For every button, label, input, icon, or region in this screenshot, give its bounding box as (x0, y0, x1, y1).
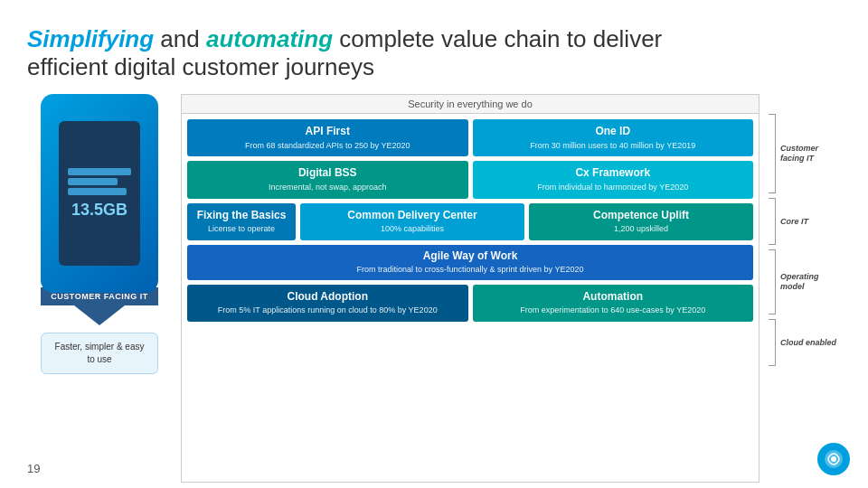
customer-facing-bracket (769, 114, 776, 193)
slide-title: Simplifying and automating complete valu… (27, 25, 841, 81)
cloud-enabled-label: Cloud enabled (780, 338, 836, 348)
fixing-basics-cell: Fixing the Basics License to operate (187, 203, 296, 240)
title-automating: automating (206, 25, 333, 52)
fixing-basics-title: Fixing the Basics (194, 209, 288, 221)
agile-cell: Agile Way of Work From traditional to cr… (187, 245, 753, 280)
core-it-label: Core IT (780, 217, 808, 227)
operating-model-label-block: Operating model (769, 249, 841, 314)
automation-title: Automation (480, 290, 747, 303)
phone-bars (68, 168, 131, 195)
telenor-circle-icon (817, 443, 850, 475)
operating-model-label: Operating model (780, 272, 841, 293)
cdc-title: Common Delivery Center (307, 209, 517, 221)
cx-framework-cell: Cx Framework From individual to harmoniz… (473, 161, 754, 198)
api-first-cell: API First From 68 standardized APIs to 2… (187, 119, 468, 156)
svg-point-1 (831, 456, 836, 462)
cx-framework-title: Cx Framework (480, 166, 747, 179)
automation-cell: Automation From experimentation to 640 u… (473, 285, 754, 322)
core-it-bracket (769, 198, 776, 245)
one-id-cell: One ID From 30 million users to 40 milli… (473, 119, 754, 156)
phone-graphic: 13.5GB (41, 94, 158, 293)
one-id-title: One ID (480, 125, 747, 137)
customer-facing-label-block: Customer facing IT (769, 114, 841, 193)
cx-framework-sub: From individual to harmonized by YE2020 (480, 183, 747, 193)
telenor-svg-icon (823, 448, 844, 470)
slide-number: 19 (27, 462, 40, 475)
digital-bss-sub: Incremental, not swap, approach (194, 183, 461, 193)
phone-bar-3 (68, 188, 127, 195)
agile-sub: From traditional to cross-functionally &… (194, 265, 746, 276)
cdc-sub: 100% capabilities (307, 224, 517, 235)
right-labels: Customer facing IT Core IT Operating mod… (769, 94, 841, 483)
row-1: API First From 68 standardized APIs to 2… (187, 119, 753, 156)
phone-number: 13.5GB (71, 201, 127, 220)
api-first-title: API First (194, 125, 461, 137)
title-simplifying: Simplifying (27, 25, 154, 52)
competence-title: Competence Uplift (536, 209, 746, 221)
left-panel: 13.5GB CUSTOMER FACING IT Faster, simple… (27, 94, 172, 483)
core-it-label-block: Core IT (769, 198, 841, 245)
row-2: Digital BSS Incremental, not swap, appro… (187, 161, 753, 198)
faster-label: Faster, simpler & easy to use (41, 333, 158, 374)
telenor-logo (817, 443, 850, 475)
agile-title: Agile Way of Work (194, 249, 746, 262)
automation-sub: From experimentation to 640 use-cases by… (480, 305, 747, 316)
phone-bar-1 (68, 168, 131, 175)
competence-sub: 1,200 upskilled (536, 224, 746, 235)
cloud-adoption-sub: From 5% IT applications running on cloud… (194, 305, 461, 316)
grid-body: API First From 68 standardized APIs to 2… (182, 114, 759, 326)
content-area: 13.5GB CUSTOMER FACING IT Faster, simple… (27, 94, 841, 483)
arrow-down-icon (74, 305, 125, 325)
cloud-enabled-label-block: Cloud enabled (769, 319, 841, 366)
row-5: Cloud Adoption From 5% IT applications r… (187, 285, 753, 322)
slide-page: Simplifying and automating complete valu… (0, 0, 868, 488)
customer-facing-it-label: Customer facing IT (780, 144, 841, 164)
api-first-sub: From 68 standardized APIs to 250 by YE20… (194, 141, 461, 152)
cdc-cell: Common Delivery Center 100% capabilities (300, 203, 524, 240)
digital-bss-cell: Digital BSS Incremental, not swap, appro… (187, 161, 468, 198)
main-grid: Security in everything we do API First F… (181, 94, 760, 483)
row-4: Agile Way of Work From traditional to cr… (187, 245, 753, 280)
phone-bar-2 (68, 178, 118, 185)
row-3: Fixing the Basics License to operate Com… (187, 203, 753, 240)
operating-model-bracket (769, 249, 776, 314)
security-header: Security in everything we do (182, 95, 759, 114)
digital-bss-title: Digital BSS (194, 166, 461, 179)
competence-cell: Competence Uplift 1,200 upskilled (529, 203, 753, 240)
cloud-enabled-bracket (769, 319, 776, 366)
cloud-adoption-cell: Cloud Adoption From 5% IT applications r… (187, 285, 468, 322)
cloud-adoption-title: Cloud Adoption (194, 290, 461, 303)
one-id-sub: From 30 million users to 40 million by Y… (480, 141, 747, 152)
fixing-basics-sub: License to operate (194, 224, 288, 235)
phone-screen: 13.5GB (59, 121, 140, 266)
